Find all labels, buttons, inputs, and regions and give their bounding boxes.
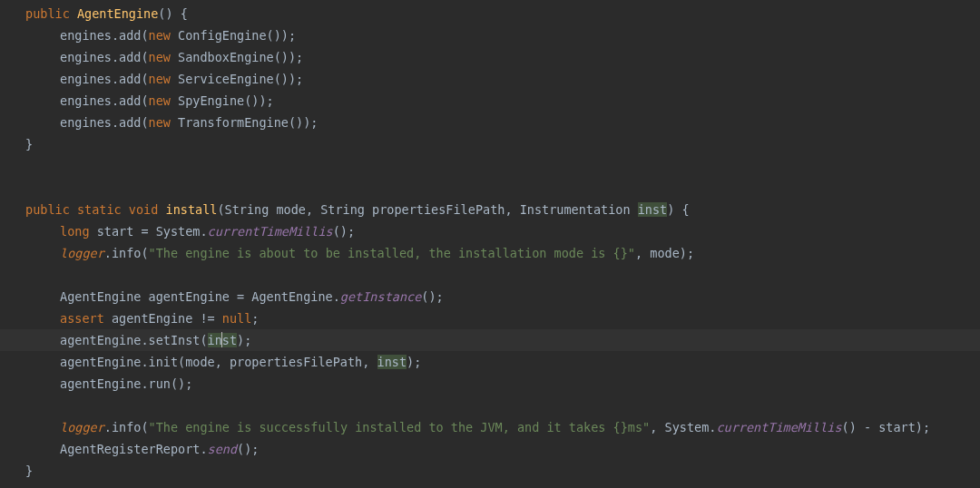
expr: agentEngine.setInst( <box>60 333 208 347</box>
code-line: engines.add(new ConfigEngine()); <box>0 24 980 46</box>
keyword-new: new <box>149 93 171 108</box>
expr: agentEngine.init(mode, propertiesFilePat… <box>60 355 377 369</box>
highlight-inst: inst <box>638 202 668 217</box>
code-line: engines.add(new SpyEngine()); <box>0 90 980 112</box>
blank-line <box>0 177 980 199</box>
keyword-assert: assert <box>60 311 104 326</box>
brace-close: } <box>25 464 33 478</box>
code-editor[interactable]: public AgentEngine() { engines.add(new C… <box>0 3 980 482</box>
code-line-current: agentEngine.setInst(inst); <box>0 329 980 351</box>
static-call: currentTimeMillis <box>716 420 841 434</box>
args: , System. <box>650 420 716 434</box>
call-tail: TransformEngine()); <box>171 115 318 130</box>
expr: agentEngine != <box>104 311 222 326</box>
highlight-inst-part: st <box>222 333 237 347</box>
keyword-new: new <box>149 115 171 130</box>
keyword-public: public <box>25 6 70 21</box>
call: engines.add( <box>60 93 149 108</box>
call: .info( <box>104 246 149 260</box>
string-literal: "The engine is about to be installed, th… <box>149 246 635 260</box>
static-call: send <box>208 442 238 456</box>
semi: ); <box>237 333 251 347</box>
keyword-new: new <box>149 72 171 86</box>
call-tail: ServiceEngine()); <box>171 72 303 86</box>
code-line: agentEngine.run(); <box>0 373 980 395</box>
semi: () - start); <box>842 420 931 434</box>
args: , mode); <box>635 246 694 260</box>
static-call: currentTimeMillis <box>208 224 333 239</box>
brace-close: } <box>25 137 33 151</box>
code-line: agentEngine.init(mode, propertiesFilePat… <box>0 351 980 373</box>
expr: AgentEngine agentEngine = AgentEngine. <box>60 289 340 304</box>
highlight-inst-part: in <box>208 333 222 347</box>
code-line: AgentRegisterReport.send(); <box>0 438 980 460</box>
keyword-public: public <box>25 202 70 217</box>
code-line: engines.add(new TransformEngine()); <box>0 112 980 133</box>
code-line: public static void install(String mode, … <box>0 199 980 220</box>
blank-line <box>0 155 980 177</box>
blank-line <box>0 395 980 416</box>
call: engines.add( <box>60 50 149 64</box>
code-line: engines.add(new SandboxEngine()); <box>0 46 980 68</box>
string-literal: "The engine is successfully installed to… <box>149 420 651 434</box>
blank-line <box>0 264 980 286</box>
keyword-long: long <box>60 224 90 239</box>
code-line: logger.info("The engine is successfully … <box>0 416 980 438</box>
code-line: } <box>0 460 980 482</box>
code-line: } <box>0 133 980 155</box>
keyword-new: new <box>149 28 171 43</box>
expr: agentEngine.run(); <box>60 376 192 391</box>
logger-var: logger <box>60 420 104 434</box>
call: engines.add( <box>60 115 149 130</box>
expr: AgentRegisterReport. <box>60 442 208 456</box>
params: (String mode, String propertiesFilePath,… <box>217 202 637 217</box>
code-line: assert agentEngine != null; <box>0 307 980 329</box>
code-line: long start = System.currentTimeMillis(); <box>0 220 980 242</box>
semi: (); <box>237 442 259 456</box>
static-call: getInstance <box>340 289 421 304</box>
keyword-null: null <box>222 311 252 326</box>
expr: start = System. <box>90 224 208 239</box>
logger-var: logger <box>60 246 104 260</box>
call: .info( <box>104 420 149 434</box>
call-tail: SandboxEngine()); <box>171 50 303 64</box>
highlight-inst: inst <box>377 355 407 369</box>
ctor-name: AgentEngine <box>77 6 158 21</box>
keyword-void: void <box>129 202 159 217</box>
method-name: install <box>166 202 218 217</box>
call-tail: SpyEngine()); <box>171 93 274 108</box>
call-tail: ConfigEngine()); <box>171 28 296 43</box>
call: engines.add( <box>60 28 149 43</box>
semi: (); <box>421 289 443 304</box>
keyword-static: static <box>77 202 122 217</box>
semi: (); <box>333 224 355 239</box>
brace-open: ) { <box>667 202 689 217</box>
code-line: AgentEngine agentEngine = AgentEngine.ge… <box>0 286 980 307</box>
semi: ); <box>407 355 421 369</box>
brace-open: () { <box>158 6 188 21</box>
call: engines.add( <box>60 72 149 86</box>
semi: ; <box>251 311 259 326</box>
code-line: logger.info("The engine is about to be i… <box>0 242 980 264</box>
keyword-new: new <box>149 50 171 64</box>
code-line: engines.add(new ServiceEngine()); <box>0 68 980 90</box>
code-line: public AgentEngine() { <box>0 3 980 24</box>
